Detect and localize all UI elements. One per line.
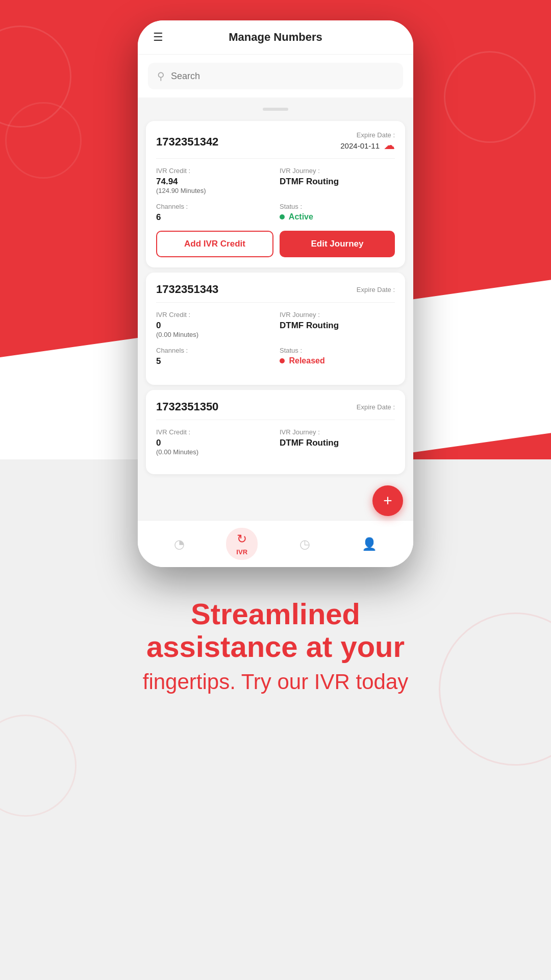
expire-label-2: Expire Date : — [357, 286, 395, 293]
ivr-credit-block-3: IVR Credit : 0 (0.00 Minutes) — [156, 428, 271, 456]
card-1-actions: Add IVR Credit Edit Journey — [156, 231, 395, 257]
expire-label-3: Expire Date : — [357, 403, 395, 411]
promo-section: Streamlined assistance at your fingertip… — [0, 567, 551, 737]
ivr-credit-block-1: IVR Credit : 74.94 (124.90 Minutes) — [156, 167, 271, 194]
ivr-journey-label-3: IVR Journey : — [280, 428, 395, 436]
ivr-credit-label-2: IVR Credit : — [156, 311, 271, 318]
card-1-details: IVR Credit : 74.94 (124.90 Minutes) IVR … — [156, 167, 395, 223]
status-block-1: Status : Active — [280, 203, 395, 223]
card-2-details: IVR Credit : 0 (0.00 Minutes) IVR Journe… — [156, 311, 395, 366]
nav-home[interactable]: ◔ — [164, 533, 195, 555]
status-block-2: Status : Released — [280, 347, 395, 366]
edit-journey-button-1[interactable]: Edit Journey — [280, 231, 395, 257]
ivr-credit-label-3: IVR Credit : — [156, 428, 271, 436]
number-list: 1732351342 Expire Date : 2024-01-11 ☁ IV… — [138, 97, 413, 520]
ivr-journey-block-3: IVR Journey : DTMF Routing — [280, 428, 395, 456]
ivr-credit-value-2: 0 — [156, 321, 271, 331]
channels-value-1: 6 — [156, 212, 271, 223]
ivr-journey-block-1: IVR Journey : DTMF Routing — [280, 167, 395, 194]
fab-add-button[interactable]: + — [372, 485, 403, 516]
phone-number-3: 1732351350 — [156, 400, 218, 413]
swipe-indicator — [138, 103, 413, 116]
promo-line-3: fingertips. Try our IVR today — [41, 668, 510, 696]
status-label-1: Status : — [280, 203, 395, 210]
search-box[interactable]: ⚲ — [148, 63, 403, 89]
channels-value-2: 5 — [156, 356, 271, 366]
ivr-credit-minutes-3: (0.00 Minutes) — [156, 448, 271, 456]
promo-line-2: assistance at your — [41, 630, 510, 663]
ivr-credit-value-3: 0 — [156, 438, 271, 448]
nav-ivr-label: IVR — [236, 548, 247, 556]
app-header: ☰ Manage Numbers — [138, 20, 413, 55]
ivr-journey-label-2: IVR Journey : — [280, 311, 395, 318]
ivr-credit-value-1: 74.94 — [156, 177, 271, 187]
search-icon: ⚲ — [157, 70, 165, 82]
card-2-header: 1732351343 Expire Date : — [156, 283, 395, 303]
card-3-details: IVR Credit : 0 (0.00 Minutes) IVR Journe… — [156, 428, 395, 456]
phone-shell: ☰ Manage Numbers ⚲ 1732351342 Expire Dat… — [0, 0, 551, 567]
search-input[interactable] — [171, 71, 394, 82]
phone-number-1: 1732351342 — [156, 135, 218, 149]
number-card-3: 1732351350 Expire Date : IVR Credit : 0 … — [146, 390, 405, 474]
nav-ivr[interactable]: ↻ IVR — [226, 528, 258, 560]
channels-block-1: Channels : 6 — [156, 203, 271, 223]
status-value-1: Active — [280, 212, 395, 222]
ivr-journey-value-2: DTMF Routing — [280, 321, 395, 331]
channels-block-2: Channels : 5 — [156, 347, 271, 366]
hamburger-icon[interactable]: ☰ — [153, 31, 163, 44]
bottom-navigation: ◔ ↻ IVR ◷ 👤 — [138, 520, 413, 567]
status-dot-1 — [280, 214, 285, 219]
phone-number-2: 1732351343 — [156, 283, 218, 296]
home-icon: ◔ — [174, 537, 185, 551]
status-value-2: Released — [280, 356, 395, 365]
nav-history[interactable]: ◷ — [289, 533, 320, 555]
search-container: ⚲ — [138, 55, 413, 97]
status-dot-2 — [280, 358, 285, 363]
nav-profile[interactable]: 👤 — [352, 533, 387, 555]
expire-label-1: Expire Date : — [357, 131, 395, 139]
expire-info-3: Expire Date : — [357, 403, 395, 411]
ivr-icon: ↻ — [237, 532, 247, 546]
add-ivr-credit-button-1[interactable]: Add IVR Credit — [156, 231, 273, 257]
expire-info-1: Expire Date : 2024-01-11 ☁ — [340, 131, 395, 152]
ivr-journey-value-3: DTMF Routing — [280, 438, 395, 448]
ivr-journey-label-1: IVR Journey : — [280, 167, 395, 175]
ivr-credit-label-1: IVR Credit : — [156, 167, 271, 175]
upload-icon-1[interactable]: ☁ — [384, 139, 395, 152]
channels-label-1: Channels : — [156, 203, 271, 210]
ivr-journey-value-1: DTMF Routing — [280, 177, 395, 187]
status-label-2: Status : — [280, 347, 395, 354]
ivr-credit-minutes-2: (0.00 Minutes) — [156, 331, 271, 338]
card-1-header: 1732351342 Expire Date : 2024-01-11 ☁ — [156, 131, 395, 159]
channels-label-2: Channels : — [156, 347, 271, 354]
promo-line-1: Streamlined — [41, 598, 510, 630]
ivr-credit-block-2: IVR Credit : 0 (0.00 Minutes) — [156, 311, 271, 338]
ivr-journey-block-2: IVR Journey : DTMF Routing — [280, 311, 395, 338]
number-card-1: 1732351342 Expire Date : 2024-01-11 ☁ IV… — [146, 121, 405, 267]
expire-date-1: 2024-01-11 — [340, 141, 380, 150]
ivr-credit-minutes-1: (124.90 Minutes) — [156, 187, 271, 194]
card-3-header: 1732351350 Expire Date : — [156, 400, 395, 420]
profile-icon: 👤 — [362, 537, 377, 551]
history-icon: ◷ — [299, 537, 310, 551]
page-title: Manage Numbers — [229, 31, 322, 44]
expire-info-2: Expire Date : — [357, 286, 395, 293]
number-card-2: 1732351343 Expire Date : IVR Credit : 0 … — [146, 273, 405, 385]
